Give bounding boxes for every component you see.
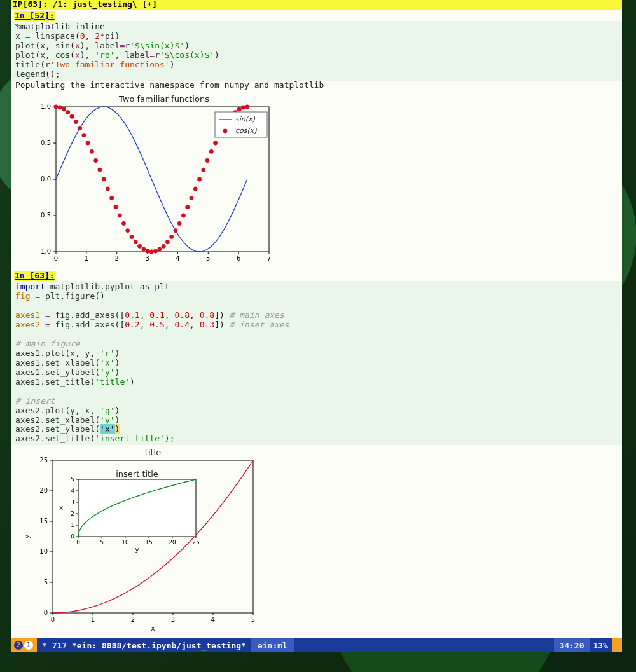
cell-prompt: In [52]: (14, 11, 55, 21)
svg-text:3: 3 (71, 499, 74, 505)
mode-line-buffer: * 717 *ein: 8888/test.ipynb/just_testing… (37, 641, 251, 650)
line: axes2.set_ylabel('x') (15, 424, 120, 434)
svg-text:-1.0: -1.0 (38, 248, 51, 255)
svg-point-58 (174, 228, 178, 233)
svg-point-51 (146, 249, 150, 253)
svg-point-76 (245, 104, 249, 109)
mode-line-percent: 13% (590, 638, 612, 652)
svg-point-39 (98, 167, 102, 172)
line: %matplotlib inline (15, 22, 105, 31)
svg-point-56 (165, 240, 170, 244)
chart-legend: sin(x)cos(x) (215, 112, 267, 137)
svg-point-33 (74, 120, 78, 124)
line: axes1.set_ylabel('y') (15, 367, 120, 377)
svg-text:7: 7 (267, 255, 271, 262)
svg-rect-111 (78, 479, 196, 537)
emacs-ein-buffer[interactable]: IP[63]: /1: just_testing\ [+] In [52]: %… (11, 0, 622, 638)
figure-output-1: Two familiar functions 01234567-1.0-0.50… (11, 90, 622, 271)
svg-text:sin(x): sin(x) (235, 115, 256, 123)
svg-point-43 (114, 205, 118, 209)
svg-text:15: 15 (145, 539, 152, 545)
svg-point-50 (141, 247, 146, 251)
svg-text:1: 1 (85, 255, 88, 262)
svg-point-75 (241, 105, 245, 109)
line: x = linspace(0, 2*pi) (15, 31, 120, 41)
figure-output-2: title0123450510152025xy insert title0510… (11, 445, 622, 638)
svg-point-47 (130, 235, 134, 239)
mode-line-mode: ein:ml (251, 638, 294, 652)
svg-text:5: 5 (206, 255, 210, 262)
svg-text:20: 20 (169, 539, 176, 545)
svg-point-48 (134, 240, 138, 244)
line: title(r'Two familiar functions') (15, 60, 174, 69)
svg-point-40 (102, 177, 106, 181)
svg-text:0: 0 (76, 539, 80, 545)
svg-text:10: 10 (121, 539, 129, 545)
svg-text:25: 25 (39, 456, 48, 463)
svg-text:insert title: insert title (116, 469, 158, 479)
svg-text:y: y (23, 535, 31, 539)
line: legend(); (15, 69, 60, 79)
line: fig = plt.figure() (15, 291, 105, 301)
mode-line-end (612, 638, 622, 652)
svg-point-45 (121, 221, 126, 225)
svg-text:0.0: 0.0 (41, 175, 51, 182)
notebook-cell-52[interactable]: In [52]: %matplotlib inline x = linspace… (11, 10, 622, 270)
svg-point-37 (90, 149, 94, 153)
notebook-cell-63[interactable]: In [63]: import matplotlib.pyplot as plt… (11, 270, 622, 638)
inset-chart: title0123450510152025xy insert title0510… (18, 448, 272, 632)
svg-text:1.0: 1.0 (41, 103, 51, 110)
svg-text:3: 3 (145, 255, 149, 262)
svg-point-63 (193, 186, 198, 191)
buffer-header: IP[63]: /1: just_testing\ [+] (11, 0, 622, 10)
line: axes2.set_title('insert title'); (15, 434, 174, 443)
svg-point-49 (137, 243, 142, 248)
svg-text:x: x (57, 506, 65, 511)
svg-point-38 (93, 158, 98, 163)
svg-point-31 (66, 110, 70, 114)
svg-text:y: y (135, 545, 139, 554)
svg-text:0: 0 (51, 616, 55, 623)
code-input[interactable]: import matplotlib.pyplot as plt fig = pl… (11, 281, 622, 445)
svg-point-67 (209, 149, 214, 153)
svg-text:x: x (151, 624, 155, 632)
svg-text:5: 5 (100, 539, 104, 545)
svg-point-36 (86, 141, 90, 145)
svg-point-80 (223, 128, 228, 133)
chart-title: Two familiar functions (118, 94, 209, 104)
line: axes1.set_title('title') (15, 377, 135, 387)
svg-point-46 (125, 228, 130, 233)
svg-text:2: 2 (71, 511, 74, 517)
line: axes2.set_xlabel('y') (15, 415, 120, 425)
svg-text:1: 1 (71, 522, 74, 528)
svg-text:2: 2 (131, 616, 135, 623)
svg-point-35 (81, 133, 86, 137)
svg-text:6: 6 (237, 255, 240, 262)
svg-text:5: 5 (251, 616, 255, 623)
svg-text:0: 0 (54, 255, 58, 262)
svg-point-32 (70, 114, 74, 118)
svg-text:3: 3 (171, 616, 175, 623)
workspace-indicator-icon: 1 (24, 641, 33, 650)
svg-text:15: 15 (39, 518, 48, 525)
line: axes1.set_xlabel('x') (15, 358, 120, 367)
svg-point-55 (162, 243, 166, 248)
svg-point-66 (205, 158, 210, 163)
line: plot(x, sin(x), label=r'$\sin(x)$') (15, 41, 190, 50)
code-input[interactable]: %matplotlib inline x = linspace(0, 2*pi)… (11, 21, 622, 81)
svg-point-42 (109, 196, 114, 200)
svg-text:2: 2 (115, 255, 119, 262)
svg-text:0: 0 (71, 533, 74, 540)
mode-line: 2 1 * 717 *ein: 8888/test.ipynb/just_tes… (11, 638, 622, 652)
cell-prompt: In [63]: (14, 271, 55, 281)
line: axes1 = fig.add_axes([0.1, 0.1, 0.8, 0.8… (15, 310, 284, 320)
workspace-indicator-icon: 2 (14, 641, 23, 650)
svg-text:cos(x): cos(x) (235, 127, 257, 135)
svg-text:4: 4 (176, 255, 179, 262)
svg-point-74 (237, 107, 242, 111)
line: plot(x, cos(x), 'ro', label=r'$\cos(x)$'… (15, 50, 219, 60)
svg-point-41 (106, 186, 110, 191)
cursor-region: 'x' (100, 424, 114, 434)
svg-point-52 (149, 249, 154, 254)
line: axes2 = fig.add_axes([0.2, 0.5, 0.4, 0.3… (15, 320, 289, 329)
